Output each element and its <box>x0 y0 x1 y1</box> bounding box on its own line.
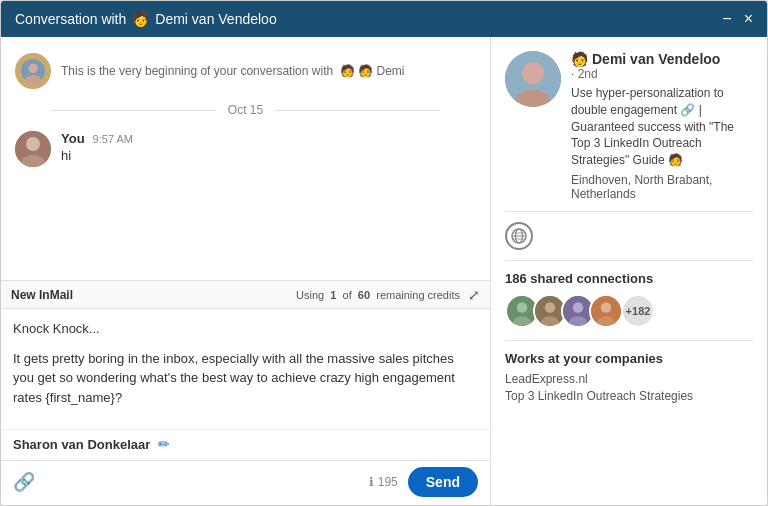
close-button[interactable]: × <box>744 11 753 27</box>
beginning-notice: This is the very beginning of your conve… <box>15 53 476 89</box>
message-content: You 9:57 AM hi <box>61 131 133 167</box>
profile-degree: · 2nd <box>571 67 753 81</box>
header-title-group: Conversation with 🧑 Demi van Vendeloo <box>15 11 277 27</box>
works-item-1: LeadExpress.nl <box>505 372 753 386</box>
svg-point-21 <box>573 302 584 313</box>
message-text: hi <box>61 148 133 163</box>
connections-avatars: +182 <box>505 294 753 328</box>
message-row: You 9:57 AM hi <box>15 131 476 167</box>
conversation-modal: Conversation with 🧑 Demi van Vendeloo − … <box>0 0 768 506</box>
expand-button[interactable]: ⤢ <box>468 287 480 303</box>
globe-icon <box>505 222 533 250</box>
send-button[interactable]: Send <box>408 467 478 497</box>
profile-divider-3 <box>505 340 753 341</box>
minimize-button[interactable]: − <box>722 11 731 27</box>
beginning-notice-text: This is the very beginning of your conve… <box>61 64 405 78</box>
works-title: Works at your companies <box>505 351 753 366</box>
svg-point-18 <box>545 302 556 313</box>
profile-divider-2 <box>505 260 753 261</box>
compose-footer: 🔗 ℹ 195 Send <box>1 460 490 505</box>
message-meta: You 9:57 AM <box>61 131 133 146</box>
char-count: ℹ 195 <box>369 475 398 489</box>
modal-body: This is the very beginning of your conve… <box>1 37 767 505</box>
header-title-prefix: Conversation with <box>15 11 126 27</box>
compose-credits: Using 1 of 60 remaining credits ⤢ <box>296 287 480 303</box>
compose-line2: It gets pretty boring in the inbox, espe… <box>13 349 478 408</box>
modal-header: Conversation with 🧑 Demi van Vendeloo − … <box>1 1 767 37</box>
profile-headline: Use hyper-personalization to double enga… <box>571 85 753 169</box>
svg-point-4 <box>26 137 40 151</box>
compose-footer-left: 🔗 <box>13 471 35 493</box>
contact-avatar-svg <box>21 59 45 83</box>
contact-avatar-small <box>15 53 51 89</box>
compose-type-label: New InMail <box>11 288 73 302</box>
profile-panel: 🧑 Demi van Vendeloo · 2nd Use hyper-pers… <box>491 37 767 505</box>
credits-text: Using 1 of 60 remaining credits <box>296 289 460 301</box>
sender-avatar <box>15 131 51 167</box>
profile-avatar <box>505 51 561 107</box>
profile-avatar-svg <box>505 51 561 107</box>
profile-divider <box>505 211 753 212</box>
svg-point-7 <box>522 62 544 84</box>
sender-avatar-svg <box>15 131 51 167</box>
profile-icon: 🧑 <box>571 51 588 67</box>
profile-name: 🧑 Demi van Vendeloo <box>571 51 753 67</box>
attach-button[interactable]: 🔗 <box>13 471 35 493</box>
profile-info: 🧑 Demi van Vendeloo · 2nd Use hyper-pers… <box>571 51 753 201</box>
svg-point-1 <box>28 64 37 73</box>
globe-icon-row <box>505 222 753 250</box>
connections-more: +182 <box>621 294 655 328</box>
profile-location: Eindhoven, North Brabant, Netherlands <box>571 173 753 201</box>
chat-panel: This is the very beginning of your conve… <box>1 37 491 505</box>
compose-body[interactable]: Knock Knock... It gets pretty boring in … <box>1 309 490 429</box>
edit-signature-icon[interactable]: ✏ <box>158 436 170 452</box>
compose-line1: Knock Knock... <box>13 319 478 339</box>
works-item-2: Top 3 LinkedIn Outreach Strategies <box>505 389 753 403</box>
person-icon: 🧑 <box>132 11 149 27</box>
signature-name: Sharon van Donkelaar <box>13 437 150 452</box>
header-controls: − × <box>722 11 753 27</box>
profile-header: 🧑 Demi van Vendeloo · 2nd Use hyper-pers… <box>505 51 753 201</box>
connections-title: 186 shared connections <box>505 271 753 286</box>
svg-point-15 <box>517 302 528 313</box>
works-section: Works at your companies LeadExpress.nl T… <box>505 351 753 403</box>
message-author: You <box>61 131 85 146</box>
chat-messages: This is the very beginning of your conve… <box>1 37 490 280</box>
header-person-name: Demi van Vendeloo <box>155 11 276 27</box>
compose-header: New InMail Using 1 of 60 remaining credi… <box>1 281 490 309</box>
connections-section: 186 shared connections <box>505 271 753 328</box>
info-icon: ℹ <box>369 475 374 489</box>
compose-area: New InMail Using 1 of 60 remaining credi… <box>1 280 490 505</box>
date-divider: Oct 15 <box>15 103 476 117</box>
svg-point-24 <box>601 302 612 313</box>
compose-signature: Sharon van Donkelaar ✏ <box>1 429 490 460</box>
message-time: 9:57 AM <box>93 133 133 145</box>
compose-footer-right: ℹ 195 Send <box>369 467 478 497</box>
connection-avatar-4 <box>589 294 623 328</box>
